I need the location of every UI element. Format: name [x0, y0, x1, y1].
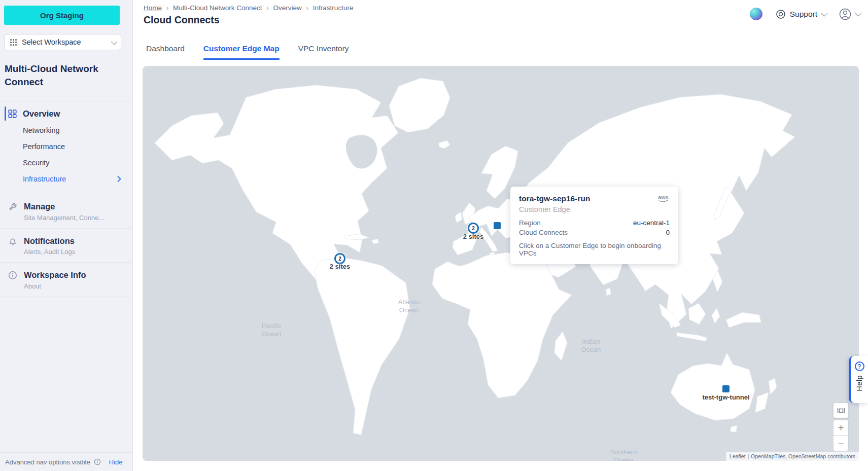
support-menu[interactable]: Support: [776, 9, 826, 19]
breadcrumb: Home › Multi-Cloud Network Connect › Ove…: [144, 4, 353, 12]
help-tab[interactable]: ? Help: [849, 356, 868, 403]
tab-vpc-inventory[interactable]: VPC Inventory: [298, 44, 349, 60]
brand-logo[interactable]: [750, 8, 762, 20]
sidebar-subitem-label: Infrastructure: [23, 175, 66, 183]
sidebar-item-label: Overview: [23, 109, 60, 119]
aws-logo-icon: aws: [657, 194, 670, 203]
user-avatar-icon: [839, 8, 851, 20]
sidebar-item-subtitle: Site Management, Conne...: [24, 214, 104, 222]
org-staging-button[interactable]: Org Staging: [4, 6, 120, 25]
tab-dashboard[interactable]: Dashboard: [146, 44, 185, 60]
chevron-right-icon: [117, 176, 121, 182]
breadcrumb-separator: ›: [166, 5, 168, 12]
wrench-icon: [8, 201, 17, 221]
sidebar-item-subtitle: Alerts, Audit Logs: [24, 248, 75, 256]
sidebar-item-networking[interactable]: Networking: [0, 122, 132, 138]
sidebar-item-label: Manage: [24, 201, 104, 212]
svg-text:aws: aws: [658, 194, 669, 200]
product-title: Multi-Cloud Network Connect: [5, 62, 117, 88]
leaflet-link[interactable]: Leaflet: [730, 453, 746, 459]
tooltip-hint: Click on a Customer Edge to begin onboar…: [519, 242, 670, 257]
app-window: Org Staging Select Workspace Multi-Cloud…: [0, 0, 868, 471]
overview-nav-group: Overview Networking Performance Security…: [0, 101, 132, 194]
sidebar-subitem-label: Networking: [23, 126, 60, 134]
support-label: Support: [790, 10, 817, 19]
workspace-selector-label: Select Workspace: [22, 38, 81, 46]
tooltip-title: tora-tgw-sep16-run: [519, 194, 590, 203]
tooltip-row-cloud-connects: Cloud Connects 0: [519, 229, 670, 236]
header-actions: Support: [750, 8, 860, 20]
support-icon: [776, 9, 786, 19]
chevron-down-icon: [855, 10, 862, 17]
cluster-label-us: 2 sites: [330, 263, 350, 270]
ocean-label-indian: Indian Ocean: [572, 338, 610, 353]
edge-tooltip: tora-tgw-sep16-run aws Customer Edge Reg…: [510, 187, 678, 264]
info-icon: [94, 458, 101, 465]
workspace-selector[interactable]: Select Workspace: [4, 34, 121, 50]
tab-customer-edge-map[interactable]: Customer Edge Map: [203, 44, 280, 60]
map-controls: + −: [833, 403, 849, 451]
sidebar-item-label: Notifications: [24, 236, 75, 246]
fit-bounds-icon: [837, 407, 845, 414]
sidebar-item-label: Workspace Info: [24, 270, 86, 280]
user-menu[interactable]: [839, 8, 860, 20]
ocean-label-atlantic: Atlantic Ocean: [390, 298, 428, 314]
info-icon: [8, 270, 17, 289]
customer-edge-marker-eu[interactable]: [494, 222, 501, 229]
sidebar-item-workspace-info[interactable]: Workspace Info About: [0, 263, 132, 296]
world-map-landmass: [143, 66, 859, 461]
map-attribution: Leaflet|OpenMapTiles, OpenStreetMap cont…: [726, 452, 859, 461]
dashboard-grid-icon: [8, 110, 17, 118]
breadcrumb-separator: ›: [267, 5, 269, 12]
breadcrumb-separator: ›: [306, 5, 308, 12]
tab-bar: Dashboard Customer Edge Map VPC Inventor…: [146, 44, 349, 60]
attribution-separator: |: [748, 453, 749, 459]
breadcrumb-mcnc[interactable]: Multi-Cloud Network Connect: [173, 4, 262, 12]
edge-label-au: test-tgw-tunnel: [702, 393, 749, 401]
zoom-out-button[interactable]: −: [833, 436, 849, 451]
chevron-down-icon: [821, 10, 828, 17]
sidebar-item-infrastructure[interactable]: Infrastructure: [0, 171, 132, 187]
bell-icon: [8, 236, 17, 256]
ocean-label-pacific: Pacific Ocean: [253, 322, 290, 338]
fit-bounds-button[interactable]: [833, 403, 849, 418]
site-cluster-marker-eu[interactable]: 2: [468, 223, 479, 234]
advanced-nav-footer: Advanced nav options visible Hide: [0, 452, 132, 471]
breadcrumb-infrastructure[interactable]: Infrastructure: [313, 4, 354, 12]
breadcrumb-overview[interactable]: Overview: [273, 4, 302, 12]
sidebar-subitem-label: Security: [23, 159, 49, 167]
page-title: Cloud Connects: [144, 14, 220, 26]
sidebar-item-manage[interactable]: Manage Site Management, Conne...: [0, 194, 132, 228]
chevron-down-icon: [111, 38, 118, 45]
world-map[interactable]: Atlantic Ocean Pacific Ocean Indian Ocea…: [143, 66, 859, 461]
help-question-icon: ?: [855, 361, 864, 371]
tooltip-subtitle: Customer Edge: [519, 205, 670, 213]
tooltip-row-region: Region eu-central-1: [519, 219, 670, 227]
grid-dots-icon: [10, 39, 17, 46]
sidebar: Org Staging Select Workspace Multi-Cloud…: [0, 0, 133, 471]
sidebar-item-subtitle: About: [24, 282, 86, 290]
sidebar-item-security[interactable]: Security: [0, 155, 132, 171]
sidebar-item-notifications[interactable]: Notifications Alerts, Audit Logs: [0, 229, 132, 262]
tiles-attribution[interactable]: OpenMapTiles, OpenStreetMap contributors: [751, 453, 855, 459]
ocean-label-southern: Southern Ocean: [605, 448, 642, 461]
sidebar-item-performance[interactable]: Performance: [0, 138, 132, 155]
zoom-in-button[interactable]: +: [833, 420, 849, 436]
tooltip-row-value: eu-central-1: [633, 219, 670, 227]
sidebar-subitem-label: Performance: [23, 142, 65, 151]
tooltip-row-value: 0: [666, 229, 670, 236]
cluster-label-eu: 2 sites: [463, 233, 483, 240]
sidebar-item-overview[interactable]: Overview: [0, 105, 132, 122]
breadcrumb-home[interactable]: Home: [144, 4, 162, 12]
tooltip-row-label: Region: [519, 219, 541, 227]
advanced-nav-text: Advanced nav options visible: [5, 458, 90, 466]
customer-edge-marker-au[interactable]: [722, 385, 730, 392]
tooltip-row-label: Cloud Connects: [519, 229, 568, 236]
main-content: Home › Multi-Cloud Network Connect › Ove…: [133, 0, 868, 471]
help-label: Help: [855, 375, 863, 391]
hide-nav-link[interactable]: Hide: [109, 458, 123, 466]
